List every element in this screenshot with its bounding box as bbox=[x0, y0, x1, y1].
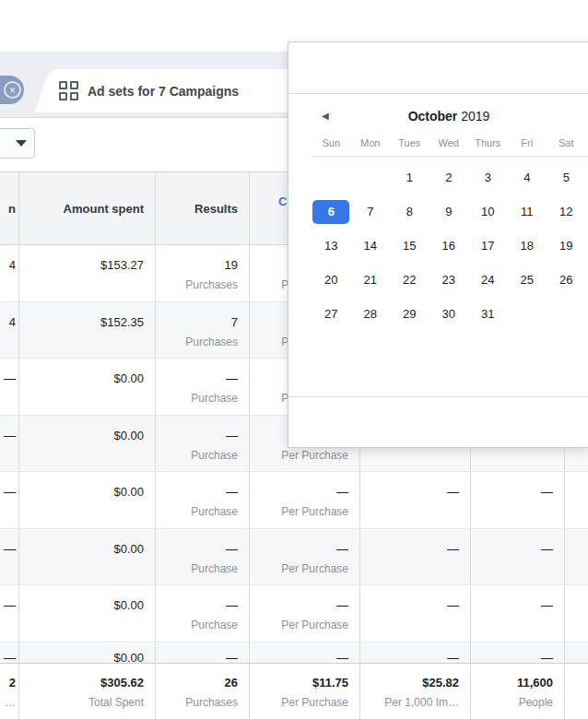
calendar-day[interactable]: 23 bbox=[429, 263, 469, 297]
column-header-results[interactable]: Results bbox=[155, 172, 249, 244]
weekday-label: Wed bbox=[429, 135, 469, 156]
cost-cell: —Per Purchase bbox=[249, 585, 359, 642]
calendar-day[interactable]: 30 bbox=[429, 297, 469, 331]
table-row: — $0.00 —Purchase —Per Purchase — — bbox=[0, 529, 588, 585]
cell bbox=[564, 472, 588, 528]
weekday-label: Sun bbox=[312, 135, 351, 156]
calendar-day[interactable]: 21 bbox=[351, 263, 391, 297]
total-cost-cell: $11.75Per Purchase bbox=[249, 664, 359, 719]
amount-spent-cell: $0.00 bbox=[18, 585, 155, 642]
calendar-day[interactable] bbox=[508, 297, 547, 331]
calendar-title: October 2019 bbox=[312, 109, 586, 127]
results-cell: —Purchase bbox=[155, 529, 249, 584]
date-picker-top-section bbox=[288, 42, 588, 94]
calendar-day[interactable]: 15 bbox=[390, 229, 429, 263]
calendar-day[interactable]: 13 bbox=[312, 229, 351, 263]
amount-spent-cell: $0.00 bbox=[18, 416, 155, 471]
calendar-day[interactable] bbox=[351, 160, 391, 194]
calendar-day[interactable]: 28 bbox=[351, 297, 391, 331]
calendar-day[interactable]: 7 bbox=[351, 194, 391, 229]
calendar-day[interactable]: 22 bbox=[390, 263, 429, 297]
results-cell: —Purchase bbox=[155, 359, 249, 415]
calendar-day[interactable] bbox=[547, 297, 586, 331]
amount-spent-cell: $0.00 bbox=[18, 472, 155, 528]
calendar-day[interactable]: 20 bbox=[312, 263, 351, 297]
calendar-day[interactable]: 19 bbox=[547, 229, 586, 263]
table-row: — $0.00 —Purchase —Per Purchase — — bbox=[0, 585, 588, 642]
results-cell: 19Purchases bbox=[155, 245, 249, 301]
caret-down-icon bbox=[16, 140, 27, 147]
cell: — bbox=[0, 529, 18, 584]
total-results-cell: 26Purchases bbox=[155, 664, 249, 719]
amount-spent-cell: $152.35 bbox=[18, 302, 155, 358]
total-reach-cell: 11,600People bbox=[470, 664, 564, 719]
calendar-day[interactable]: 10 bbox=[468, 194, 508, 229]
calendar-day[interactable]: 9 bbox=[429, 194, 469, 229]
results-cell: —Purchase bbox=[155, 585, 249, 642]
results-cell: —Purchase bbox=[155, 472, 249, 528]
calendar-weekday-row: Sun Mon Tues Wed Thurs Fri Sat bbox=[312, 135, 588, 157]
calendar-day[interactable]: 3 bbox=[468, 160, 508, 194]
weekday-label: Fri bbox=[508, 135, 547, 156]
cell: — bbox=[359, 529, 470, 584]
results-cell: —Purchase bbox=[155, 416, 249, 471]
calendar-day[interactable]: 16 bbox=[429, 229, 469, 263]
calendar-day[interactable]: 31 bbox=[468, 297, 508, 331]
amount-spent-cell: $153.27 bbox=[18, 245, 155, 301]
cell: — bbox=[0, 416, 18, 471]
calendar-day[interactable]: 1 bbox=[390, 160, 429, 194]
cell: — bbox=[470, 529, 564, 584]
calendar-day[interactable]: 24 bbox=[468, 263, 508, 297]
calendar-day[interactable]: 11 bbox=[508, 194, 547, 229]
dropdown-button[interactable] bbox=[0, 128, 35, 159]
calendar-year: 2019 bbox=[461, 109, 489, 124]
grid-icon bbox=[59, 81, 78, 100]
cell bbox=[564, 642, 588, 663]
calendar-day[interactable]: 14 bbox=[351, 229, 391, 263]
calendar-day[interactable]: 2 bbox=[429, 160, 469, 194]
cell: — bbox=[359, 642, 470, 663]
table-row: — $0.00 —Purchase —Per Purchase — — bbox=[0, 472, 588, 529]
cost-cell: —Per Purchase bbox=[249, 529, 359, 584]
circle-x-icon[interactable]: × bbox=[4, 81, 21, 99]
results-cell: 7Purchases bbox=[155, 302, 249, 358]
calendar-day[interactable]: 17 bbox=[468, 229, 508, 263]
cost-cell: — bbox=[249, 642, 359, 663]
cell: — bbox=[470, 472, 564, 528]
table-row-clipped: — $0.00 — — — — bbox=[0, 642, 588, 663]
results-cell: — bbox=[155, 642, 249, 663]
calendar: ◀ October 2019 Sun Mon Tues Wed Thurs Fr… bbox=[288, 94, 588, 397]
calendar-day[interactable]: 8 bbox=[390, 194, 429, 229]
calendar-day[interactable]: 27 bbox=[312, 297, 351, 331]
calendar-day-selected[interactable]: 6 bbox=[312, 194, 351, 229]
cell bbox=[564, 529, 588, 584]
calendar-day[interactable]: 5 bbox=[547, 160, 586, 194]
date-picker-popup: ◀ October 2019 Sun Mon Tues Wed Thurs Fr… bbox=[288, 41, 588, 448]
selected-day-pill: 6 bbox=[312, 200, 349, 224]
totals-row: 2… $305.62Total Spent 26Purchases $11.75… bbox=[0, 663, 588, 719]
calendar-day[interactable]: 12 bbox=[547, 194, 586, 229]
cell: 4 bbox=[0, 302, 18, 358]
amount-spent-cell: $0.00 bbox=[18, 642, 155, 663]
weekday-label: Sat bbox=[547, 135, 586, 156]
calendar-day[interactable]: 18 bbox=[508, 229, 547, 263]
tab-ad-sets[interactable]: Ad sets for 7 Campaigns bbox=[35, 69, 295, 112]
cell: — bbox=[0, 472, 18, 528]
calendar-day[interactable] bbox=[312, 160, 351, 194]
column-header-partial[interactable]: n bbox=[0, 172, 18, 244]
calendar-day[interactable]: 25 bbox=[508, 263, 547, 297]
cell: 4 bbox=[0, 245, 18, 301]
cell: — bbox=[0, 359, 18, 415]
cell: — bbox=[359, 585, 470, 642]
weekday-label: Tues bbox=[390, 135, 429, 156]
calendar-prev-icon[interactable]: ◀ bbox=[322, 111, 329, 121]
calendar-day[interactable]: 26 bbox=[547, 263, 586, 297]
cell: — bbox=[0, 585, 18, 642]
calendar-day[interactable]: 4 bbox=[508, 160, 547, 194]
total-cpm-cell: $25.82Per 1,000 Im… bbox=[359, 664, 470, 719]
total-amount-cell: $305.62Total Spent bbox=[18, 664, 155, 719]
calendar-day[interactable]: 29 bbox=[390, 297, 429, 331]
amount-spent-cell: $0.00 bbox=[18, 529, 155, 584]
column-header-amount-spent[interactable]: Amount spent bbox=[18, 172, 155, 244]
cell bbox=[564, 585, 588, 642]
